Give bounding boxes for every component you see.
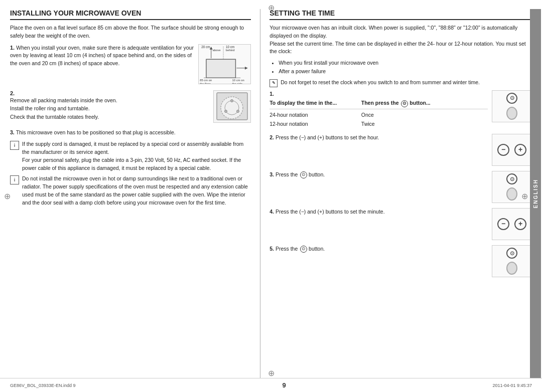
step4-text-r: Press the (−) and (+) buttons to set the…: [276, 209, 385, 215]
clock-oval-5: [506, 262, 517, 275]
svg-text:85 cm on: 85 cm on: [200, 79, 212, 82]
turntable-diagram: [213, 90, 251, 123]
step1-label: 1.: [269, 91, 274, 97]
setting-step-3: 3. Press the ⊙ button. ⊙: [269, 171, 532, 203]
step5-diagram: ⊙: [492, 245, 532, 277]
page-number: 9: [282, 381, 286, 389]
table-header-col2: Then press the ⊙ button...: [361, 99, 488, 107]
install-step-1: 1.: [10, 44, 251, 86]
step2-line1: Remove all packing materials inside the …: [10, 97, 117, 103]
table-row-12h: 12-hour notation Twice: [269, 120, 488, 129]
step2-line3: Check that the turntable rotates freely.: [10, 114, 99, 120]
step3-num: 3.: [10, 129, 16, 135]
svg-text:the floor: the floor: [200, 82, 210, 83]
step3-text: This microwave oven has to be positioned…: [16, 129, 176, 135]
step2-text-r: Press the (−) and (+) buttons to set the…: [276, 134, 379, 140]
clock-set-conditions: When you first install your microwave ov…: [279, 59, 532, 76]
setting-step-5: 5. Press the ⊙ button. ⊙: [269, 245, 532, 277]
right-column: SETTING THE TIME Your microwave oven has…: [260, 9, 532, 378]
svg-point-20: [225, 110, 227, 113]
clock-note-text: Do not forget to reset the clock when yo…: [281, 79, 480, 87]
main-content: INSTALLING YOUR MICROWAVE OVEN Place the…: [0, 0, 542, 378]
table-row-24h: 24-hour notation Once: [269, 111, 488, 120]
clock-oval-3: [506, 187, 517, 201]
left-column: INSTALLING YOUR MICROWAVE OVEN Place the…: [10, 9, 260, 378]
step3-num-r: 3.: [269, 171, 276, 177]
note2-text: Do not install the microwave oven in hot…: [22, 175, 248, 205]
page-footer: GE86V_BOL_03933E-EN.indd 9 9 2011-04-01 …: [0, 378, 542, 392]
table-cell-24h-value: Once: [361, 111, 488, 120]
bullet-power-failure: After a power failure: [279, 67, 532, 76]
note-icon-2: i: [10, 175, 19, 184]
setting-step-4: 4. Press the (−) and (+) buttons to set …: [269, 208, 532, 240]
step5-num-r: 5.: [269, 246, 276, 252]
table-header-col1: To display the time in the...: [269, 99, 361, 107]
left-intro: Place the oven on a flat level surface 8…: [10, 24, 251, 40]
svg-text:20 cm: 20 cm: [201, 45, 210, 48]
plus-button-icon: +: [514, 144, 526, 156]
step3-text-r: Press the ⊙ button.: [276, 171, 325, 177]
setting-step-2: 2. Press the (−) and (+) buttons to set …: [269, 134, 532, 166]
footer-timestamp: 2011-04-01 9:45:37: [492, 383, 532, 388]
compass-bottom-icon: ⊕: [268, 368, 275, 378]
minus-button-icon-2: −: [497, 218, 509, 230]
clock-button-icon-3: ⊙: [506, 173, 517, 184]
step2-line2: Install the roller ring and turntable.: [10, 105, 90, 111]
plus-button-icon-2: +: [514, 218, 526, 230]
step2-diagram: − +: [492, 134, 532, 166]
clock-reset-note: ✎ Do not forget to reset the clock when …: [269, 79, 532, 87]
svg-text:the side: the side: [232, 82, 242, 83]
clock-btn-inline-3: ⊙: [300, 171, 307, 178]
install-step-3: 3. This microwave oven has to be positio…: [10, 129, 251, 137]
ventilation-diagram: 20 cm 10 cm above behind 85 cm on the fl…: [198, 44, 251, 84]
page-container: ⊕ ⊕ INSTALLING YOUR MICROWAVE OVEN Place…: [0, 0, 542, 392]
install-step-2: 2.: [10, 90, 251, 125]
svg-text:10 cm on: 10 cm on: [232, 79, 244, 82]
note-cord-damage: i If the supply cord is damaged, it must…: [10, 140, 251, 172]
clock-oval-1: [506, 107, 517, 120]
step1-diagram: ⊙: [492, 90, 532, 122]
step1-num: 1.: [10, 45, 15, 51]
note-icon-1: i: [10, 141, 19, 150]
compass-right-icon: ⊕: [521, 191, 528, 201]
svg-text:above: above: [213, 48, 221, 51]
note-clock-icon: ✎: [269, 79, 278, 87]
svg-rect-0: [206, 59, 236, 78]
table-cell-12h-label: 12-hour notation: [269, 120, 361, 129]
step4-num-r: 4.: [269, 209, 276, 215]
step2-num-r: 2.: [269, 134, 276, 140]
table-cell-24h-label: 24-hour notation: [269, 111, 361, 120]
footer-file-name: GE86V_BOL_03933E-EN.indd 9: [10, 383, 76, 388]
left-section-title: INSTALLING YOUR MICROWAVE OVEN: [10, 9, 251, 20]
step2-num: 2.: [10, 90, 15, 96]
note1-line2: For your personal safety, plug the cable…: [22, 157, 241, 171]
note1-line1: If the supply cord is damaged, it must b…: [22, 141, 243, 155]
note-hot-damp: i Do not install the microwave oven in h…: [10, 175, 251, 207]
right-intro: Your microwave oven has an inbuilt clock…: [269, 24, 532, 56]
clock-btn-inline-5: ⊙: [300, 246, 307, 253]
language-sidebar: ENGLISH: [530, 9, 541, 378]
step4-diagram: − +: [492, 208, 532, 240]
compass-left-icon: ⊕: [4, 191, 11, 201]
svg-point-19: [237, 110, 239, 113]
svg-text:behind: behind: [226, 48, 235, 51]
step5-text-r: Press the ⊙ button.: [276, 246, 325, 252]
clock-button-icon-5: ⊙: [506, 248, 517, 259]
svg-point-18: [231, 100, 233, 102]
language-label: ENGLISH: [533, 179, 538, 208]
right-section-title: SETTING THE TIME: [269, 9, 532, 20]
bullet-install: When you first install your microwave ov…: [279, 59, 532, 67]
setting-step-1: 1. To display the time in the... Then pr…: [269, 90, 532, 129]
minus-button-icon: −: [497, 144, 509, 156]
step1-text: When you install your oven, make sure th…: [10, 45, 194, 67]
clock-button-icon-1: ⊙: [506, 93, 517, 104]
clock-btn-header: ⊙: [401, 100, 408, 107]
table-cell-12h-value: Twice: [361, 120, 488, 129]
svg-marker-4: [245, 66, 248, 69]
